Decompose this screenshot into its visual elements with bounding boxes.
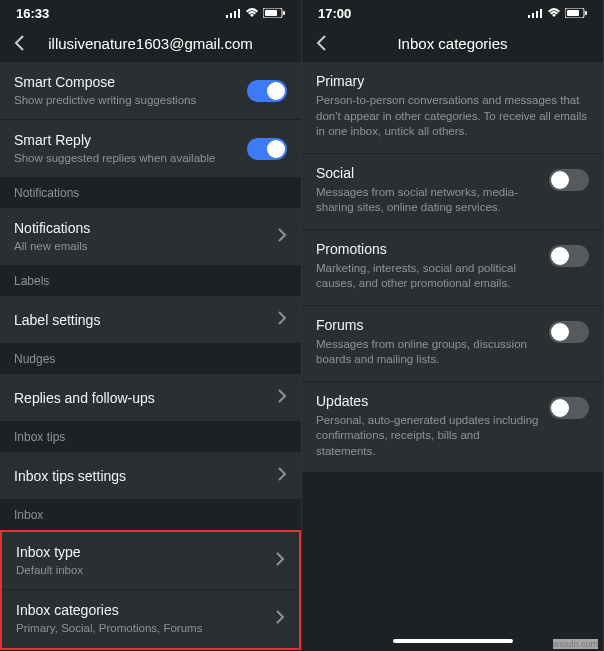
forums-toggle[interactable] [549, 321, 589, 343]
updates-toggle[interactable] [549, 397, 589, 419]
inbox-categories-screen: 17:00 Inbox categories Primary Person-to… [302, 0, 604, 651]
notifications-row[interactable]: Notifications All new emails [0, 208, 301, 266]
chevron-right-icon [275, 610, 285, 628]
chevron-right-icon [275, 552, 285, 570]
inbox-categories-row[interactable]: Inbox categories Primary, Social, Promot… [2, 590, 299, 648]
chevron-left-icon [314, 34, 328, 52]
nav-header: Inbox categories [302, 26, 603, 62]
smart-compose-row[interactable]: Smart Compose Show predictive writing su… [0, 62, 301, 120]
category-title: Forums [316, 317, 539, 333]
status-icons [528, 8, 587, 18]
chevron-right-icon [277, 228, 287, 246]
category-primary[interactable]: Primary Person-to-person conversations a… [302, 62, 603, 154]
social-toggle[interactable] [549, 169, 589, 191]
nav-header: illusivenature1603@gmail.com [0, 26, 301, 62]
status-icons [226, 8, 285, 18]
row-title: Inbox categories [16, 602, 275, 618]
chevron-right-icon [277, 467, 287, 485]
category-updates[interactable]: Updates Personal, auto-generated updates… [302, 382, 603, 474]
status-time: 17:00 [318, 6, 351, 21]
wifi-icon [547, 8, 561, 18]
category-desc: Messages from online groups, discussion … [316, 337, 539, 368]
row-title: Inbox type [16, 544, 275, 560]
row-title: Smart Compose [14, 74, 247, 90]
promotions-toggle[interactable] [549, 245, 589, 267]
svg-rect-1 [230, 13, 232, 18]
row-title: Notifications [14, 220, 277, 236]
category-desc: Personal, auto-generated updates includi… [316, 413, 539, 460]
signal-icon [528, 8, 543, 18]
svg-rect-10 [540, 9, 542, 18]
category-desc: Messages from social networks, media-sha… [316, 185, 539, 216]
svg-rect-9 [536, 11, 538, 18]
svg-rect-0 [226, 15, 228, 18]
back-button[interactable] [12, 34, 34, 52]
category-desc: Marketing, interests, social and politic… [316, 261, 539, 292]
section-notifications: Notifications [0, 178, 301, 208]
back-button[interactable] [314, 34, 336, 52]
svg-rect-7 [528, 15, 530, 18]
battery-icon [263, 8, 285, 18]
chevron-right-icon [277, 389, 287, 407]
category-title: Social [316, 165, 539, 181]
row-subtitle: All new emails [14, 239, 277, 254]
inbox-tips-settings-row[interactable]: Inbox tips settings [0, 452, 301, 500]
smart-reply-toggle[interactable] [247, 138, 287, 160]
svg-rect-6 [283, 11, 285, 15]
page-title: Inbox categories [336, 35, 569, 52]
replies-followups-row[interactable]: Replies and follow-ups [0, 374, 301, 422]
svg-rect-8 [532, 13, 534, 18]
categories-list[interactable]: Primary Person-to-person conversations a… [302, 62, 603, 633]
section-labels: Labels [0, 266, 301, 296]
inbox-type-row[interactable]: Inbox type Default inbox [2, 532, 299, 590]
settings-list[interactable]: Smart Compose Show predictive writing su… [0, 62, 301, 651]
label-settings-row[interactable]: Label settings [0, 296, 301, 344]
page-title: illusivenature1603@gmail.com [34, 35, 267, 52]
chevron-left-icon [12, 34, 26, 52]
battery-icon [565, 8, 587, 18]
row-subtitle: Default inbox [16, 563, 275, 578]
category-social[interactable]: Social Messages from social networks, me… [302, 154, 603, 230]
row-subtitle: Primary, Social, Promotions, Forums [16, 621, 275, 636]
svg-rect-12 [567, 10, 579, 16]
svg-rect-5 [265, 10, 277, 16]
category-title: Promotions [316, 241, 539, 257]
signal-icon [226, 8, 241, 18]
svg-rect-13 [585, 11, 587, 15]
status-bar: 17:00 [302, 0, 603, 26]
section-inbox: Inbox [0, 500, 301, 530]
category-desc: Person-to-person conversations and messa… [316, 93, 589, 140]
row-title: Smart Reply [14, 132, 247, 148]
chevron-right-icon [277, 311, 287, 329]
svg-rect-2 [234, 11, 236, 18]
category-forums[interactable]: Forums Messages from online groups, disc… [302, 306, 603, 382]
status-time: 16:33 [16, 6, 49, 21]
settings-screen: 16:33 illusivenature1603@gmail.com Smart… [0, 0, 302, 651]
svg-rect-3 [238, 9, 240, 18]
wifi-icon [245, 8, 259, 18]
category-title: Primary [316, 73, 589, 89]
category-promotions[interactable]: Promotions Marketing, interests, social … [302, 230, 603, 306]
category-title: Updates [316, 393, 539, 409]
smart-compose-toggle[interactable] [247, 80, 287, 102]
row-subtitle: Show suggested replies when available [14, 151, 247, 166]
status-bar: 16:33 [0, 0, 301, 26]
row-subtitle: Show predictive writing suggestions [14, 93, 247, 108]
highlight-box: Inbox type Default inbox Inbox categorie… [0, 530, 301, 650]
row-title: Inbox tips settings [14, 468, 277, 484]
section-inbox-tips: Inbox tips [0, 422, 301, 452]
row-title: Replies and follow-ups [14, 390, 277, 406]
row-title: Label settings [14, 312, 277, 328]
smart-reply-row[interactable]: Smart Reply Show suggested replies when … [0, 120, 301, 178]
section-nudges: Nudges [0, 344, 301, 374]
watermark: wsxdn.com [553, 639, 598, 649]
